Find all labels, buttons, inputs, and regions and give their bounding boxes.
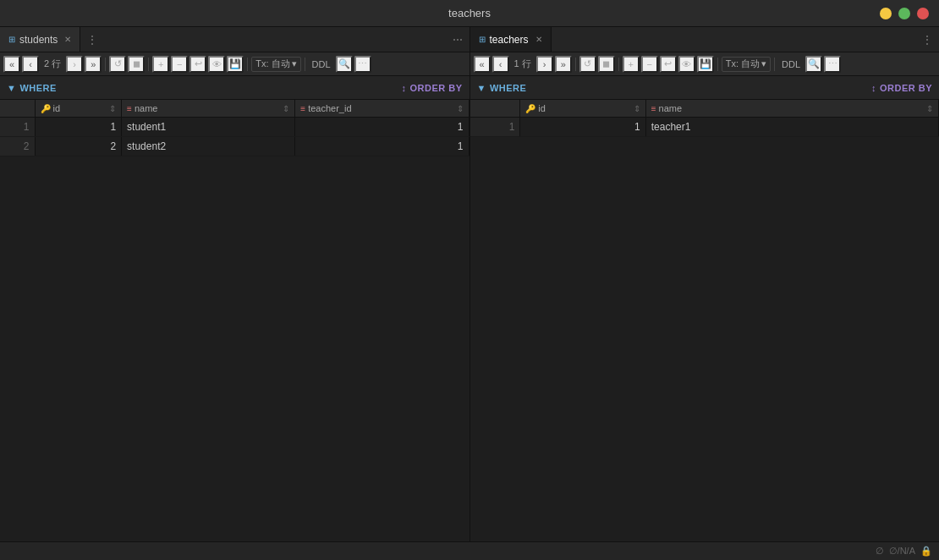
stop-left[interactable]: ◼ (128, 56, 145, 73)
cell-name[interactable]: student1 (122, 118, 295, 137)
teachers-scroll[interactable]: 🔑 id ⇕ ≡ name ⇕ (470, 100, 940, 541)
tab-section-left: ⊞ students ✕ ⋮ ⋯ (0, 27, 470, 52)
students-tab-menu[interactable]: ⋯ (446, 27, 470, 52)
tx-dropdown-right[interactable]: Tx: 自动 ▾ (722, 57, 771, 72)
add-row-left[interactable]: + (152, 56, 169, 73)
delete-row-right[interactable]: − (641, 56, 658, 73)
rowcount-right: 1 行 (511, 58, 535, 70)
col-id-label-t: id (538, 103, 546, 113)
sep1-right (575, 58, 576, 71)
col-id-label: id (53, 103, 61, 113)
main-content: 🔑 id ⇕ ≡ name ⇕ (0, 100, 939, 541)
students-table-icon: ⊞ (8, 35, 15, 44)
name-sort-icon[interactable]: ⇕ (283, 104, 289, 113)
table-row[interactable]: 1 1 teacher1 (470, 118, 939, 137)
status-null-icon: ∅ (876, 546, 884, 557)
more-left[interactable]: ⋯ (354, 56, 371, 73)
orderby-label-right: ↕ ORDER BY (865, 83, 939, 93)
refresh-left[interactable]: ↺ (109, 56, 126, 73)
students-id-header[interactable]: 🔑 id ⇕ (35, 100, 122, 118)
add-row-right[interactable]: + (623, 56, 640, 73)
tx-dropdown-left[interactable]: Tx: 自动 ▾ (251, 57, 300, 72)
cell-teacherid[interactable]: 1 (295, 118, 469, 137)
close-button[interactable] (917, 8, 929, 19)
teachers-tab-close[interactable]: ✕ (535, 35, 542, 44)
nav-first-left[interactable]: « (3, 56, 20, 73)
orderby-text-right: ORDER BY (880, 83, 932, 93)
stop-right[interactable]: ◼ (598, 56, 615, 73)
sep4-right (774, 58, 775, 71)
id-sort-icon-t[interactable]: ⇕ (634, 104, 640, 113)
where-text-right: WHERE (490, 83, 526, 93)
sep3-left (247, 58, 248, 71)
nav-next-left[interactable]: › (66, 56, 83, 73)
pk-icon-t: 🔑 (525, 104, 535, 113)
table-row[interactable]: 2 2 student2 1 (0, 137, 469, 156)
search-right[interactable]: 🔍 (805, 56, 822, 73)
cell-name[interactable]: student2 (122, 137, 295, 156)
id-sort-icon[interactable]: ⇕ (109, 104, 116, 113)
refresh-right[interactable]: ↺ (579, 56, 596, 73)
filterbar-right: ▼ WHERE ↕ ORDER BY (470, 76, 940, 99)
toolbar-right: « ‹ 1 行 › » ↺ ◼ + − ↩ 👁 💾 Tx: 自动 ▾ DDL 🔍… (470, 52, 940, 75)
nav-prev-left[interactable]: ‹ (22, 56, 39, 73)
students-tab-more[interactable]: ⋮ (80, 27, 104, 52)
teachers-tab-menu[interactable]: ⋮ (915, 27, 939, 52)
filterbar-left: ▼ WHERE ↕ ORDER BY (0, 76, 470, 99)
minimize-button[interactable] (880, 8, 892, 19)
search-left[interactable]: 🔍 (336, 56, 353, 73)
students-tab-label: students (19, 34, 58, 46)
orderby-icon-right: ↕ (871, 83, 876, 93)
teachers-tab-label: teachers (490, 34, 529, 46)
name-sort-icon-t[interactable]: ⇕ (926, 104, 933, 113)
more-right[interactable]: ⋯ (824, 56, 841, 73)
tab-students[interactable]: ⊞ students ✕ (0, 27, 80, 52)
nav-last-left[interactable]: » (85, 56, 102, 73)
students-teacherid-header[interactable]: ≡ teacher_id ⇕ (295, 100, 469, 118)
students-scroll[interactable]: 🔑 id ⇕ ≡ name ⇕ (0, 100, 470, 541)
revert-left[interactable]: ↩ (189, 56, 206, 73)
window-controls (880, 8, 929, 19)
table-row[interactable]: 1 1 student1 1 (0, 118, 469, 137)
tx-chevron-left: ▾ (292, 58, 297, 69)
toolbar: « ‹ 2 行 › » ↺ ◼ + − ↩ 👁 💾 Tx: 自动 ▾ DDL 🔍… (0, 52, 939, 76)
cell-id[interactable]: 2 (35, 137, 122, 156)
ddl-right[interactable]: DDL (778, 59, 804, 69)
filter-icon-left: ▼ (7, 83, 16, 93)
delete-row-left[interactable]: − (171, 56, 188, 73)
revert-right[interactable]: ↩ (660, 56, 677, 73)
nav-next-right[interactable]: › (536, 56, 553, 73)
cell-name[interactable]: teacher1 (645, 118, 938, 137)
students-name-header[interactable]: ≡ name ⇕ (122, 100, 295, 118)
lock-icon: 🔒 (920, 546, 932, 557)
maximize-button[interactable] (898, 8, 910, 19)
str-icon-name-t: ≡ (651, 104, 656, 113)
cell-teacherid[interactable]: 1 (295, 137, 469, 156)
nav-first-right[interactable]: « (474, 56, 491, 73)
view-left[interactable]: 👁 (208, 56, 225, 73)
filter-icon-right: ▼ (477, 83, 486, 93)
sep2-right (618, 58, 619, 71)
tx-label-left: Tx: 自动 (255, 58, 289, 70)
nav-prev-right[interactable]: ‹ (492, 56, 509, 73)
str-icon-name: ≡ (127, 104, 132, 113)
cell-id[interactable]: 1 (35, 118, 122, 137)
orderby-label-left: ↕ ORDER BY (394, 83, 469, 93)
filterbar: ▼ WHERE ↕ ORDER BY ▼ WHERE ↕ ORDER BY (0, 76, 939, 100)
nav-last-right[interactable]: » (555, 56, 572, 73)
teachers-name-header[interactable]: ≡ name ⇕ (645, 100, 938, 118)
ddl-left[interactable]: DDL (309, 59, 334, 69)
tab-teachers[interactable]: ⊞ teachers ✕ (470, 27, 552, 52)
tab-section-right: ⊞ teachers ✕ ⋮ (470, 27, 940, 52)
save-left[interactable]: 💾 (227, 56, 244, 73)
teacherid-sort-icon[interactable]: ⇕ (457, 104, 464, 113)
cell-id[interactable]: 1 (520, 118, 645, 137)
students-tab-close[interactable]: ✕ (64, 35, 71, 44)
sep4-left (305, 58, 305, 71)
view-right[interactable]: 👁 (678, 56, 695, 73)
rowcount-left: 2 行 (41, 58, 64, 70)
col-teacherid-label: teacher_id (308, 103, 351, 113)
app-title: teachers (448, 7, 491, 19)
save-right[interactable]: 💾 (697, 56, 714, 73)
teachers-id-header[interactable]: 🔑 id ⇕ (520, 100, 645, 118)
